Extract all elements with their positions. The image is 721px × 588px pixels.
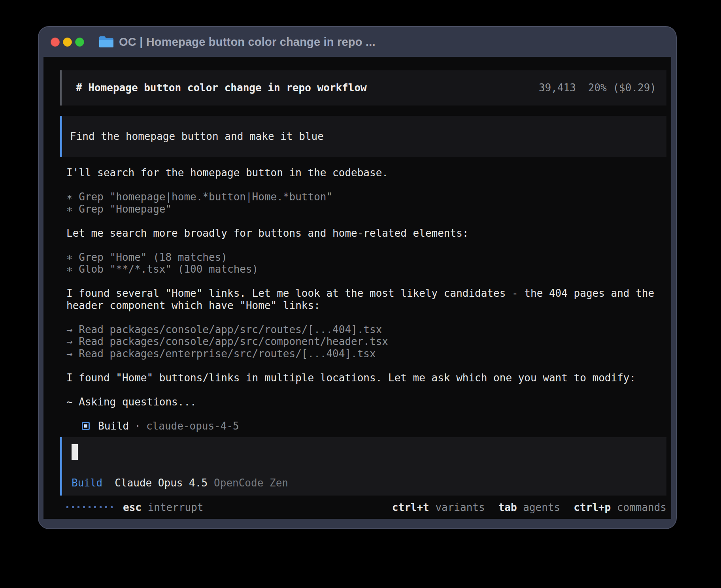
agent-task-row: Build · claude-opus-4-5 [66, 420, 666, 432]
assistant-text: header component which have "Home" links… [66, 300, 666, 312]
status-text: ~ Asking questions... [66, 396, 666, 408]
tool-call-grep: ∗ Grep "Home" (18 matches) [66, 251, 666, 264]
terminal-content: # Homepage button color change in repo w… [43, 57, 671, 519]
minimize-button[interactable] [63, 38, 72, 47]
tool-call-read: → Read packages/console/app/src/routes/[… [66, 324, 666, 336]
interrupt-hint: esc interrupt [123, 501, 204, 513]
assistant-text: I'll search for the homepage button in t… [66, 167, 666, 179]
zoom-button[interactable] [75, 38, 84, 47]
agents-shortcut: tab agents [498, 501, 561, 513]
tool-call-grep: ∗ Grep "Homepage" [66, 203, 666, 215]
window-controls [51, 38, 84, 47]
token-count: 39,413 [539, 82, 576, 94]
composer-agent: Build [72, 477, 102, 489]
assistant-text: I found several "Home" links. Let me loo… [66, 287, 666, 300]
session-title: # Homepage button color change in repo w… [76, 82, 367, 94]
window-titlebar: OC | Homepage button color change in rep… [39, 27, 676, 57]
composer-status-row: Build Claude Opus 4.5 OpenCode Zen [72, 477, 657, 489]
tool-call-glob: ∗ Glob "**/*.tsx" (100 matches) [66, 263, 666, 275]
folder-icon [99, 36, 113, 47]
agent-square-icon [82, 422, 90, 430]
agent-task-model: claude-opus-4-5 [146, 420, 239, 432]
status-bar: esc interrupt ctrl+t variants tab agents… [66, 501, 666, 513]
assistant-text: Let me search more broadly for buttons a… [66, 227, 666, 239]
assistant-text: I found "Home" buttons/links in multiple… [66, 372, 666, 384]
user-message: Find the homepage button and make it blu… [60, 116, 666, 157]
separator-dot: · [134, 420, 141, 432]
terminal-window: OC | Homepage button color change in rep… [38, 26, 677, 529]
close-button[interactable] [51, 38, 60, 47]
text-cursor [72, 444, 78, 460]
esc-key: esc [123, 501, 142, 513]
tool-call-read: → Read packages/console/app/src/componen… [66, 335, 666, 348]
session-stats: 39,413 20% ($0.29) [539, 82, 656, 94]
composer-model: Claude Opus 4.5 [115, 477, 208, 489]
commands-shortcut: ctrl+p commands [574, 501, 666, 513]
progress-dots [66, 506, 113, 508]
shortcut-hints: ctrl+t variants tab agents ctrl+p comman… [392, 501, 666, 513]
tool-call-read: → Read packages/enterprise/src/routes/[.… [66, 348, 666, 360]
prompt-input[interactable]: Build Claude Opus 4.5 OpenCode Zen [60, 437, 666, 496]
tool-call-grep: ∗ Grep "homepage|home.*button|Home.*butt… [66, 191, 666, 203]
interrupt-label: interrupt [148, 501, 204, 513]
session-header: # Homepage button color change in repo w… [60, 70, 666, 106]
agent-task-label: Build [98, 420, 129, 432]
context-usage: 20% ($0.29) [588, 82, 656, 94]
composer-provider: OpenCode Zen [214, 477, 288, 489]
variants-shortcut: ctrl+t variants [392, 501, 485, 513]
assistant-transcript: I'll search for the homepage button in t… [66, 167, 666, 432]
window-title: OC | Homepage button color change in rep… [119, 36, 376, 49]
